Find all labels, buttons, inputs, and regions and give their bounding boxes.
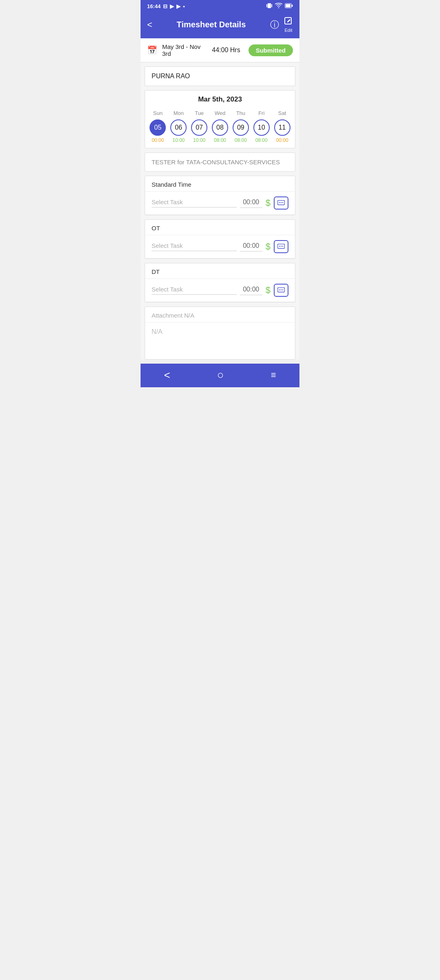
edit-label: Edit xyxy=(285,28,293,33)
cal-day-07[interactable]: 07 10:00 xyxy=(190,119,209,143)
back-button[interactable]: < xyxy=(147,20,152,30)
nav-home-button[interactable]: ○ xyxy=(217,369,224,382)
svg-rect-4 xyxy=(286,4,290,7)
day-number: 06 xyxy=(170,119,187,136)
attachment-body: N/A xyxy=(145,322,295,359)
day-time: 00:00 xyxy=(152,137,164,143)
ot-type-label: OT xyxy=(145,220,295,235)
main-content: PURNA RAO Mar 5th, 2023 Sun Mon Tue Wed … xyxy=(141,62,299,360)
status-bar: 16:44 ⊟ ▶ ▶ • xyxy=(141,0,299,13)
status-left: 16:44 ⊟ ▶ ▶ • xyxy=(147,3,185,9)
calendar-section: Mar 5th, 2023 Sun Mon Tue Wed Thu Fri Sa… xyxy=(145,90,295,148)
dt-dollar-icon[interactable]: $ xyxy=(266,285,271,296)
calendar-month: Mar 5th, 2023 xyxy=(148,95,292,104)
day-time: 08:00 xyxy=(214,137,226,143)
wifi-icon xyxy=(275,3,282,10)
ot-comment-button[interactable] xyxy=(274,240,288,253)
day-time: 08:00 xyxy=(255,137,268,143)
status-badge: Submitted xyxy=(249,44,293,56)
cal-day-09[interactable]: 09 08:00 xyxy=(231,119,250,143)
svg-point-16 xyxy=(281,289,282,290)
attachment-section: Attachment N/A N/A xyxy=(145,307,295,360)
dt-task-select[interactable]: Select Task xyxy=(152,286,237,295)
role-display: TESTER for TATA-CONSULTANCY-SERVICES xyxy=(145,152,295,172)
dt-type-label: DT xyxy=(145,263,295,279)
calendar-icon: 📅 xyxy=(147,45,157,55)
standard-time-value: 00:00 xyxy=(240,199,262,208)
standard-task-select[interactable]: Select Task xyxy=(152,199,237,207)
edit-button[interactable]: Edit xyxy=(284,17,293,33)
day-fri: Fri xyxy=(252,108,271,118)
youtube-icon: ▶ xyxy=(170,3,174,9)
day-time: 10:00 xyxy=(172,137,185,143)
dt-section: DT Select Task 00:00 $ xyxy=(145,263,295,302)
day-mon: Mon xyxy=(169,108,188,118)
svg-rect-2 xyxy=(271,4,272,7)
edit-icon xyxy=(284,17,293,28)
ot-time-value: 00:00 xyxy=(240,242,262,252)
cal-day-05[interactable]: 05 00:00 xyxy=(148,119,167,143)
day-thu: Thu xyxy=(231,108,250,118)
vibrate-icon xyxy=(266,2,273,10)
standard-time-row: Select Task 00:00 $ xyxy=(145,192,295,215)
page-title: Timesheet Details xyxy=(152,20,270,29)
cal-day-08[interactable]: 08 08:00 xyxy=(211,119,230,143)
day-sun: Sun xyxy=(148,108,167,118)
svg-rect-0 xyxy=(268,3,271,8)
ot-dollar-icon[interactable]: $ xyxy=(266,241,271,252)
svg-point-15 xyxy=(279,289,280,290)
day-number: 07 xyxy=(191,119,207,136)
svg-point-13 xyxy=(282,246,283,247)
battery-icon xyxy=(285,3,293,9)
svg-point-11 xyxy=(279,246,280,247)
employee-name: PURNA RAO xyxy=(145,66,295,86)
hours-display: 44:00 Hrs xyxy=(212,46,240,54)
calendar-grid: Sun Mon Tue Wed Thu Fri Sat 05 00:00 06 … xyxy=(148,108,292,143)
day-number: 05 xyxy=(150,119,166,136)
svg-rect-1 xyxy=(266,4,267,7)
sim-icon: ⊟ xyxy=(163,3,167,9)
day-time: 08:00 xyxy=(235,137,247,143)
attachment-header: Attachment N/A xyxy=(145,307,295,322)
svg-point-8 xyxy=(281,202,282,203)
nav-menu-button[interactable]: ≡ xyxy=(271,370,276,380)
day-sat: Sat xyxy=(273,108,292,118)
dot-icon: • xyxy=(183,3,185,9)
standard-dollar-icon[interactable]: $ xyxy=(266,198,271,208)
svg-point-7 xyxy=(279,202,280,203)
cal-day-06[interactable]: 06 10:00 xyxy=(169,119,188,143)
bottom-nav: < ○ ≡ xyxy=(141,364,299,387)
dt-time-value: 00:00 xyxy=(240,286,262,295)
day-number: 10 xyxy=(253,119,270,136)
day-number: 11 xyxy=(274,119,290,136)
svg-point-12 xyxy=(281,246,282,247)
app-header: < Timesheet Details ⓘ Edit xyxy=(141,13,299,38)
day-number: 08 xyxy=(212,119,228,136)
ot-section: OT Select Task 00:00 $ xyxy=(145,219,295,259)
dt-comment-button[interactable] xyxy=(274,284,288,297)
day-number: 09 xyxy=(233,119,249,136)
info-button[interactable]: ⓘ xyxy=(270,19,279,31)
header-actions: ⓘ Edit xyxy=(270,17,293,33)
day-wed: Wed xyxy=(211,108,230,118)
day-time: 00:00 xyxy=(276,137,288,143)
standard-time-section: Standard Time Select Task 00:00 $ xyxy=(145,176,295,215)
date-range-text: May 3rd - Nov 3rd xyxy=(162,43,207,57)
time-display: 16:44 xyxy=(147,3,161,9)
day-tue: Tue xyxy=(190,108,209,118)
nav-back-button[interactable]: < xyxy=(164,369,170,382)
ot-row: Select Task 00:00 $ xyxy=(145,235,295,258)
cal-day-10[interactable]: 10 08:00 xyxy=(252,119,271,143)
ot-task-select[interactable]: Select Task xyxy=(152,242,237,251)
svg-point-9 xyxy=(282,202,283,203)
svg-point-17 xyxy=(282,289,283,290)
day-time: 10:00 xyxy=(193,137,205,143)
dt-row: Select Task 00:00 $ xyxy=(145,279,295,302)
standard-comment-button[interactable] xyxy=(274,196,288,210)
cal-day-11[interactable]: 11 00:00 xyxy=(273,119,292,143)
youtube-icon2: ▶ xyxy=(176,3,180,9)
date-range-bar: 📅 May 3rd - Nov 3rd 44:00 Hrs Submitted xyxy=(141,38,299,62)
entry-type-label: Standard Time xyxy=(145,176,295,192)
status-right xyxy=(266,2,293,10)
